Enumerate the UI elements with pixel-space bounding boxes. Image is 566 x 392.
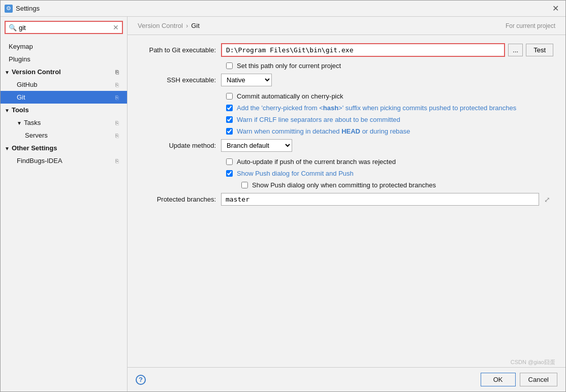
update-select[interactable]: Branch default Merge Rebase	[221, 139, 292, 152]
show-push-label[interactable]: Show Push dialog for Commit and Push	[237, 170, 354, 177]
chevron-down-icon: ▼	[5, 108, 10, 113]
panel-content: Path to Git executable: ... Test Set thi…	[128, 35, 565, 367]
sidebar-item-keymap[interactable]: Keymap	[1, 40, 127, 53]
detached-label[interactable]: Warn when committing in detached HEAD or…	[237, 127, 410, 135]
bottom-bar: ? OK Cancel	[128, 367, 565, 391]
sidebar-item-findbugs[interactable]: FindBugs-IDEA ⎘	[1, 154, 127, 167]
set-path-row: Set this path only for current project	[140, 62, 553, 70]
crlf-checkbox[interactable]	[226, 116, 233, 123]
sidebar-item-servers[interactable]: Servers ⎘	[1, 129, 127, 142]
chevron-down-icon: ▼	[5, 70, 10, 75]
crlf-label[interactable]: Warn if CRLF line separators are about t…	[237, 116, 400, 123]
detached-row: Warn when committing in detached HEAD or…	[140, 127, 553, 135]
copy-icon: ⎘	[115, 120, 119, 126]
expand-icon[interactable]: ⤢	[541, 194, 553, 205]
copy-icon: ⎘	[115, 69, 119, 75]
ssh-select[interactable]: Native Built-in	[221, 74, 272, 86]
push-protected-label[interactable]: Show Push dialog only when committing to…	[252, 181, 436, 189]
auto-update-label[interactable]: Auto-update if push of the current branc…	[237, 158, 396, 166]
main-content: 🔍 ✕ Keymap Plugins ▼Version Control ⎘ Gi…	[1, 17, 565, 391]
copy-icon: ⎘	[115, 94, 119, 101]
update-method-row: Update method: Branch default Merge Reba…	[140, 139, 553, 152]
breadcrumb: Version Control › Git For current projec…	[128, 17, 565, 35]
sidebar-item-plugins[interactable]: Plugins	[1, 53, 127, 66]
sidebar-item-version-control[interactable]: ▼Version Control ⎘	[1, 66, 127, 78]
crlf-row: Warn if CRLF line separators are about t…	[140, 116, 553, 123]
bottom-buttons: OK Cancel	[481, 373, 557, 386]
window-title: Settings	[16, 5, 549, 12]
breadcrumb-separator: ›	[186, 22, 188, 29]
copy-icon: ⎘	[115, 82, 119, 88]
breadcrumb-project: For current project	[506, 22, 555, 29]
search-input[interactable]	[19, 24, 113, 31]
search-box[interactable]: 🔍 ✕	[5, 21, 123, 34]
protected-branches-input[interactable]	[221, 193, 539, 206]
cherry-picked-suffix-row: Add the 'cherry-picked from <hash>' suff…	[140, 104, 553, 112]
path-row: Path to Git executable: ... Test	[140, 43, 553, 57]
sidebar-item-other-settings[interactable]: ▼Other Settings	[1, 142, 127, 154]
chevron-down-icon: ▼	[17, 120, 22, 126]
git-path-input[interactable]	[221, 43, 505, 57]
browse-button[interactable]: ...	[508, 44, 523, 56]
protected-branches-row: Protected branches: ⤢	[140, 193, 553, 206]
path-input-group: ... Test	[221, 43, 553, 57]
app-icon: ⚙	[5, 5, 13, 13]
cancel-button[interactable]: Cancel	[520, 373, 557, 386]
copy-icon: ⎘	[115, 133, 119, 139]
auto-update-row: Auto-update if push of the current branc…	[140, 158, 553, 166]
ssh-row: SSH executable: Native Built-in	[140, 74, 553, 86]
title-bar: ⚙ Settings ✕	[1, 1, 565, 17]
sidebar-item-tools[interactable]: ▼Tools	[1, 104, 127, 116]
search-icon: 🔍	[9, 24, 17, 31]
breadcrumb-parent: Version Control	[138, 22, 183, 29]
sidebar: 🔍 ✕ Keymap Plugins ▼Version Control ⎘ Gi…	[1, 17, 128, 391]
right-panel: Version Control › Git For current projec…	[128, 17, 565, 391]
path-label: Path to Git executable:	[140, 46, 221, 54]
sidebar-item-git[interactable]: Git ⎘	[1, 91, 127, 104]
update-label: Update method:	[140, 142, 221, 149]
ssh-label: SSH executable:	[140, 76, 221, 84]
set-path-checkbox[interactable]	[226, 62, 233, 69]
copy-icon: ⎘	[115, 158, 119, 164]
show-push-checkbox[interactable]	[226, 170, 233, 177]
ok-button[interactable]: OK	[481, 373, 516, 386]
cherry-picked-suffix-checkbox[interactable]	[226, 105, 233, 111]
detached-checkbox[interactable]	[226, 128, 233, 135]
cherry-pick-checkbox[interactable]	[226, 93, 233, 100]
sidebar-item-tasks[interactable]: ▼Tasks ⎘	[1, 116, 127, 129]
watermark: CSDN @giao囧蛋	[511, 358, 555, 366]
push-protected-checkbox[interactable]	[241, 182, 248, 188]
set-path-label[interactable]: Set this path only for current project	[237, 62, 341, 70]
cherry-pick-row: Commit automatically on cherry-pick	[140, 92, 553, 100]
protected-label: Protected branches:	[140, 195, 221, 203]
help-button[interactable]: ?	[136, 375, 146, 385]
chevron-down-icon: ▼	[5, 146, 10, 151]
sidebar-nav: Keymap Plugins ▼Version Control ⎘ GitHub…	[1, 38, 127, 391]
close-button[interactable]: ✕	[549, 3, 561, 15]
test-button[interactable]: Test	[526, 44, 553, 56]
settings-window: ⚙ Settings ✕ 🔍 ✕ Keymap Plugins ▼Version…	[0, 0, 566, 392]
sidebar-item-github[interactable]: GitHub ⎘	[1, 78, 127, 91]
breadcrumb-current: Git	[191, 22, 200, 29]
search-clear-icon[interactable]: ✕	[113, 23, 119, 31]
cherry-picked-suffix-label[interactable]: Add the 'cherry-picked from <hash>' suff…	[237, 104, 516, 112]
show-push-row: Show Push dialog for Commit and Push	[140, 170, 553, 177]
cherry-pick-label[interactable]: Commit automatically on cherry-pick	[237, 92, 343, 100]
push-protected-row: Show Push dialog only when committing to…	[140, 181, 553, 189]
auto-update-checkbox[interactable]	[226, 158, 233, 165]
